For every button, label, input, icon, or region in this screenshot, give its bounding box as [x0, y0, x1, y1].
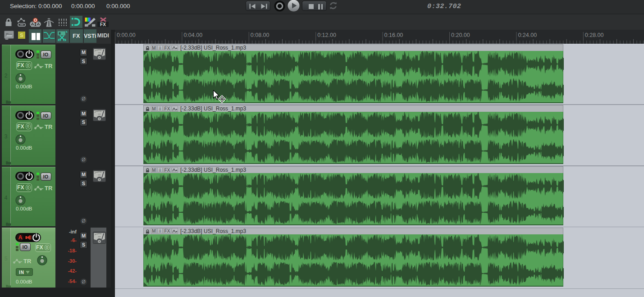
svg-text:A: A	[18, 234, 22, 241]
